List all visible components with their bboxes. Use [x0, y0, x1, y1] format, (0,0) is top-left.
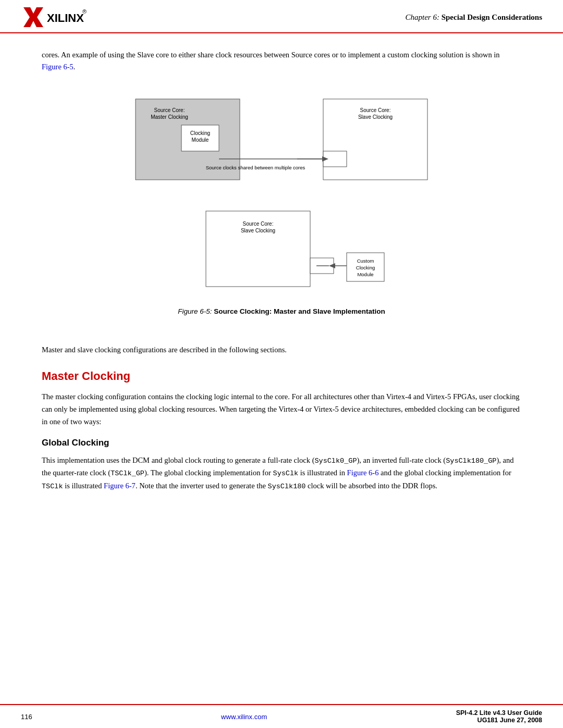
svg-text:Custom: Custom [357, 258, 374, 264]
figure6-7-link[interactable]: Figure 6-7 [104, 482, 136, 490]
page-footer: 116 www.xilinx.com SPI-4.2 Lite v4.3 Use… [0, 704, 563, 728]
footer-page-number: 116 [21, 713, 32, 721]
after-figure-para: Master and slave clocking configurations… [42, 344, 521, 356]
sysclk180-2-code: SysClk180 [268, 483, 306, 490]
diagram-section: Source Core: Master Clocking Clocking Mo… [42, 89, 521, 328]
svg-text:Source Core:: Source Core: [360, 107, 391, 113]
footer-doc-title: SPI-4.2 Lite v4.3 User Guide [456, 709, 542, 717]
global-clocking-para: This implementation uses the DCM and glo… [42, 454, 521, 492]
svg-text:Slave Clocking: Slave Clocking [241, 228, 275, 233]
svg-text:Source Core:: Source Core: [243, 221, 274, 227]
sysclk0-code: SysClk0_GP [314, 457, 357, 465]
svg-text:Source Core:: Source Core: [154, 107, 185, 113]
svg-text:Module: Module [192, 137, 209, 143]
svg-text:Master Clocking: Master Clocking [151, 114, 188, 120]
svg-text:®: ® [82, 8, 87, 15]
footer-website-link[interactable]: www.xilinx.com [221, 713, 267, 721]
figure-caption: Figure 6-5: Source Clocking: Master and … [178, 307, 385, 315]
xilinx-logo: XILINX ® [21, 6, 89, 28]
chapter-title: Chapter 6: Special Design Considerations [405, 13, 542, 22]
intro-paragraph: cores. An example of using the Slave cor… [42, 49, 521, 73]
tsclk-code: TSClk_GP [111, 470, 144, 477]
svg-text:Clocking: Clocking [190, 130, 210, 136]
sysclk180-code: SysClk180_GP [446, 457, 496, 465]
footer-doc-info: SPI-4.2 Lite v4.3 User Guide UG181 June … [456, 709, 542, 724]
svg-text:Clocking: Clocking [356, 265, 375, 270]
figure-link-intro[interactable]: Figure 6-5 [42, 63, 74, 71]
tsclk2-code: TSClk [42, 483, 63, 490]
svg-text:Module: Module [357, 272, 373, 277]
svg-marker-0 [23, 7, 43, 27]
logo-area: XILINX ® [21, 6, 89, 28]
page-header: XILINX ® Chapter 6: Special Design Consi… [0, 0, 563, 33]
master-clocking-para: The master clocking configuration contai… [42, 391, 521, 428]
svg-text:XILINX: XILINX [47, 11, 84, 24]
footer-website: www.xilinx.com [221, 713, 267, 721]
main-content: cores. An example of using the Slave cor… [0, 33, 563, 544]
bottom-diagram-svg: Source Core: Slave Clocking Custom Clock… [138, 206, 425, 302]
top-diagram-svg: Source Core: Master Clocking Clocking Mo… [120, 89, 443, 195]
master-clocking-heading: Master Clocking [42, 369, 521, 383]
svg-text:Slave Clocking: Slave Clocking [358, 114, 393, 120]
sysclk-code: SysClk [273, 470, 299, 477]
figure6-6-link[interactable]: Figure 6-6 [347, 468, 379, 477]
svg-text:Source clocks shared between m: Source clocks shared between multiple co… [206, 165, 305, 170]
global-clocking-heading: Global Clocking [42, 438, 521, 448]
footer-doc-date: UG181 June 27, 2008 [456, 717, 542, 724]
